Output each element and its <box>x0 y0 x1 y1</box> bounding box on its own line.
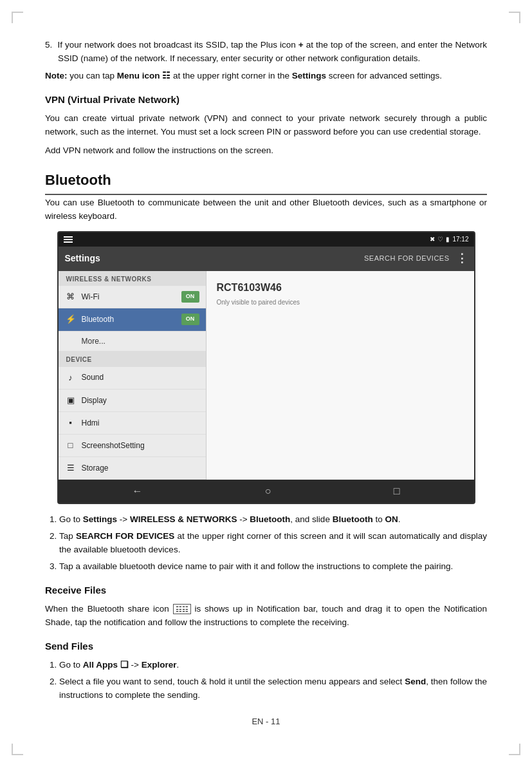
page-container: 5. If your network does not broadcast it… <box>0 0 532 761</box>
corner-mark-br <box>509 744 520 755</box>
instruction-step1: Go to Settings -> WIRELESS & NETWORKS ->… <box>59 513 487 527</box>
status-bar-left <box>64 234 78 245</box>
step5-text: 5. If your network does not broadcast it… <box>45 39 487 66</box>
send-files-heading: Send Files <box>45 639 487 653</box>
corner-mark-tr <box>509 12 520 23</box>
device-name: RCT6103W46 <box>217 280 464 296</box>
on-ref: ON <box>385 514 398 524</box>
sound-icon: ♪ <box>65 371 77 384</box>
heart-status-icon: ♡ <box>437 234 443 245</box>
hdmi-label: Hdmi <box>82 417 100 429</box>
settings-item-display[interactable]: ▣ Display <box>59 390 206 412</box>
instruction-step2: Tap SEARCH FOR DEVICES at the upper righ… <box>59 530 487 557</box>
note-text2: at the upper right corner in the <box>173 71 292 80</box>
settings-item-hdmi[interactable]: ▪ Hdmi <box>59 412 206 435</box>
display-label: Display <box>82 395 107 407</box>
page-content: 5. If your network does not broadcast it… <box>45 39 487 728</box>
settings-item-screenshot[interactable]: □ ScreenshotSetting <box>59 435 206 457</box>
device-visibility: Only visible to paired devices <box>217 297 464 308</box>
search-for-devices-btn[interactable]: SEARCH FOR DEVICES <box>364 253 449 264</box>
wifi-label: Wi-Fi <box>82 291 100 303</box>
more-label: More... <box>82 337 105 346</box>
receive-files-text1: When the Bluetooth share icon <box>45 604 173 614</box>
app-bar-right: SEARCH FOR DEVICES ⋮ <box>364 250 467 268</box>
display-icon: ▣ <box>65 394 77 407</box>
settings-item-more[interactable]: More... <box>59 332 206 352</box>
bluetooth-label: Bluetooth <box>82 314 115 326</box>
explorer-ref: Explorer <box>142 660 177 670</box>
screenshot-label: ScreenshotSetting <box>82 440 145 452</box>
corner-mark-tl <box>12 12 23 23</box>
receive-files-text: When the Bluetooth share icon ☷☷ is show… <box>45 603 487 630</box>
note-line: Note: you can tap Menu icon ☷ at the upp… <box>45 70 487 83</box>
device-section-label: DEVICE <box>59 352 206 367</box>
wireless-section-label: WIRELESS & NETWORKS <box>59 271 206 287</box>
status-bar: ✖ ♡ ▮ 17:12 <box>59 232 474 247</box>
storage-icon: ☰ <box>65 462 77 474</box>
vpn-para2: Add VPN network and follow the instructi… <box>45 144 487 158</box>
send-files-instructions: Go to All Apps ❏ -> Explorer. Select a f… <box>59 659 487 702</box>
screenshot-icon: □ <box>65 439 77 452</box>
app-bar: Settings SEARCH FOR DEVICES ⋮ <box>59 247 474 271</box>
page-footer: EN - 11 <box>45 715 487 728</box>
bluetooth-intro: You can use Bluetooth to communicate bet… <box>45 196 487 223</box>
bluetooth-toggle[interactable]: ON <box>181 314 199 325</box>
home-nav-btn[interactable]: ○ <box>265 484 271 500</box>
note-text: you can tap <box>69 71 117 80</box>
battery-status-icon: ▮ <box>446 234 450 245</box>
send-step2: Select a file you want to send, touch & … <box>59 675 487 702</box>
send-step1: Go to All Apps ❏ -> Explorer. <box>59 659 487 672</box>
bluetooth-icon: ⚡ <box>65 313 77 326</box>
bluetooth-heading: Bluetooth <box>45 169 487 195</box>
sound-label: Sound <box>82 371 104 384</box>
storage-label: Storage <box>82 462 109 474</box>
device-screenshot: ✖ ♡ ▮ 17:12 Settings SEARCH FOR DEVICES … <box>57 231 475 505</box>
page-number: EN - 11 <box>252 717 280 726</box>
settings-right-panel: RCT6103W46 Only visible to paired device… <box>206 271 474 480</box>
receive-files-heading: Receive Files <box>45 583 487 597</box>
bluetooth-instructions: Go to Settings -> WIRELESS & NETWORKS ->… <box>59 513 487 574</box>
bottom-nav: ← ○ □ <box>59 480 474 503</box>
menu-icon-label: Menu icon ☷ <box>117 71 171 80</box>
note-text3: screen for advanced settings. <box>329 71 442 80</box>
app-bar-title: Settings <box>65 252 100 266</box>
three-dots-menu[interactable]: ⋮ <box>456 250 468 268</box>
menu-icon-small <box>64 234 78 245</box>
note-label: Note: <box>45 71 68 80</box>
settings-item-wifi[interactable]: ⌘ Wi-Fi ON <box>59 286 206 308</box>
all-apps-ref: All Apps ❏ <box>83 660 129 670</box>
back-nav-btn[interactable]: ← <box>133 484 143 500</box>
wireless-ref: WIRELESS & NETWORKS <box>130 514 237 524</box>
bluetooth-status-icon: ✖ <box>430 234 435 245</box>
hdmi-icon: ▪ <box>65 417 77 429</box>
wifi-toggle[interactable]: ON <box>181 291 199 303</box>
instruction-step3: Tap a available bluetooth device name to… <box>59 560 487 574</box>
vpn-heading: VPN (Virtual Private Network) <box>45 92 487 107</box>
bluetooth-ref2: Bluetooth <box>333 514 373 524</box>
search-ref: SEARCH FOR DEVICES <box>76 531 174 541</box>
settings-item-bluetooth[interactable]: ⚡ Bluetooth ON <box>59 308 206 331</box>
settings-item-sound[interactable]: ♪ Sound <box>59 367 206 390</box>
settings-sidebar: WIRELESS & NETWORKS ⌘ Wi-Fi ON ⚡ Bluetoo… <box>59 271 206 480</box>
settings-item-storage[interactable]: ☰ Storage <box>59 457 206 480</box>
status-bar-right: ✖ ♡ ▮ 17:12 <box>430 234 468 245</box>
wifi-icon: ⌘ <box>65 290 77 303</box>
bluetooth-ref: Bluetooth <box>250 514 290 524</box>
settings-label: Settings <box>292 71 326 80</box>
corner-mark-bl <box>12 744 23 755</box>
settings-body: WIRELESS & NETWORKS ⌘ Wi-Fi ON ⚡ Bluetoo… <box>59 271 474 480</box>
vpn-para1: You can create virtual private network (… <box>45 112 487 139</box>
share-icon: ☷☷ <box>173 604 191 614</box>
send-ref: Send <box>405 677 426 686</box>
recent-nav-btn[interactable]: □ <box>394 484 400 500</box>
time-display: 17:12 <box>452 234 468 245</box>
settings-ref: Settings <box>83 514 117 524</box>
